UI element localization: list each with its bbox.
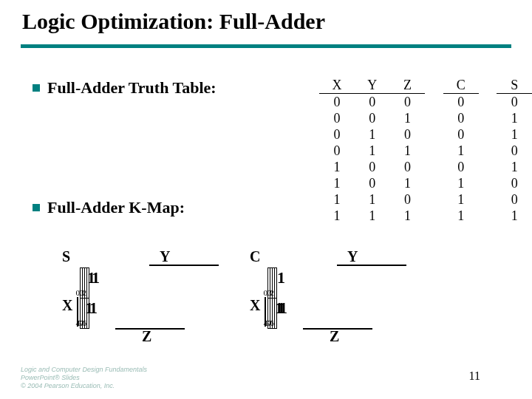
footer-line: © 2004 Pearson Education, Inc. bbox=[21, 382, 147, 390]
kmap-label-x: X bbox=[62, 297, 72, 314]
th-z: Z bbox=[390, 77, 426, 94]
footer-line: Logic and Computer Design Fundamentals bbox=[21, 366, 147, 374]
table-row: 11111 bbox=[319, 208, 532, 224]
kmap-s-grid: 0 11 3 12 14 5 17 6 bbox=[80, 267, 89, 329]
bullet-square-icon bbox=[33, 204, 40, 211]
table-row: 10001 bbox=[319, 159, 532, 175]
table-row: 11010 bbox=[319, 191, 532, 208]
bullet-text: Full-Adder K-Map: bbox=[47, 198, 185, 216]
kmap-x-bar bbox=[265, 297, 266, 327]
bullet-square-icon bbox=[33, 84, 40, 92]
kmap-cell: 2 bbox=[275, 268, 277, 299]
kmap-cell: 16 bbox=[275, 299, 277, 329]
th-x: X bbox=[319, 77, 355, 94]
table-row: 00101 bbox=[319, 110, 532, 126]
bullet-text: Full-Adder Truth Table: bbox=[47, 78, 216, 97]
kmap-x-bar bbox=[77, 297, 78, 327]
kmap-y-bar bbox=[149, 265, 219, 266]
footer-line: PowerPoint® Slides bbox=[21, 374, 147, 382]
table-header-row: X Y Z C S bbox=[319, 77, 532, 94]
th-c: C bbox=[443, 77, 479, 94]
kmap-label-c: C bbox=[250, 248, 260, 265]
kmap-label-x: X bbox=[250, 297, 260, 314]
kmap-row: 4 15 17 16 bbox=[268, 299, 277, 329]
kmap-cell: 6 bbox=[87, 299, 89, 329]
kmap-label-z: Z bbox=[142, 328, 151, 345]
kmap-label-z: Z bbox=[330, 328, 339, 345]
page-number: 11 bbox=[469, 369, 480, 383]
kmap-y-bar bbox=[337, 265, 406, 266]
truth-table: X Y Z C S 00000 00101 01001 01110 10001 … bbox=[319, 77, 532, 224]
kmap-row: 0 1 13 2 bbox=[268, 268, 277, 299]
kmap-label-y: Y bbox=[347, 248, 358, 265]
table-row: 01001 bbox=[319, 126, 532, 143]
kmap-row: 0 11 3 12 bbox=[81, 268, 89, 299]
kmap-z-bar bbox=[115, 328, 185, 330]
kmap-label-s: S bbox=[62, 248, 70, 265]
table-row: 00000 bbox=[319, 94, 532, 111]
footer-copyright: Logic and Computer Design Fundamentals P… bbox=[21, 366, 147, 390]
th-gap bbox=[425, 77, 443, 94]
table-row: 01110 bbox=[319, 143, 532, 159]
title-divider bbox=[21, 44, 511, 48]
table-row: 10110 bbox=[319, 175, 532, 191]
kmap-label-y: Y bbox=[160, 248, 170, 265]
kmap-cell: 12 bbox=[87, 268, 89, 299]
slide: Logic Optimization: Full-Adder Full-Adde… bbox=[0, 0, 532, 399]
kmap-z-bar bbox=[303, 328, 372, 330]
bullet-truth-table: Full-Adder Truth Table: bbox=[33, 78, 216, 98]
th-y: Y bbox=[355, 77, 390, 94]
kmap-row: 14 5 17 6 bbox=[81, 299, 89, 329]
th-gap bbox=[479, 77, 497, 94]
page-title: Logic Optimization: Full-Adder bbox=[22, 9, 325, 34]
kmap-c-grid: 0 1 13 2 4 15 17 16 bbox=[267, 267, 277, 329]
bullet-kmap: Full-Adder K-Map: bbox=[33, 198, 185, 217]
th-s: S bbox=[497, 77, 532, 94]
